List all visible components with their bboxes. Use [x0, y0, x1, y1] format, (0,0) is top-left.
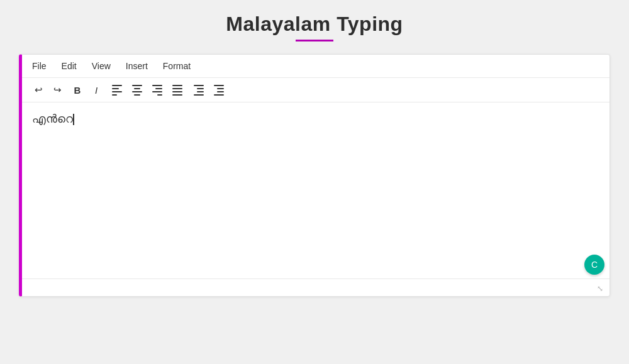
bold-icon: B	[74, 85, 81, 96]
menu-file[interactable]: File	[30, 60, 49, 72]
menu-format[interactable]: Format	[160, 60, 193, 72]
align-center-button[interactable]	[128, 82, 147, 98]
indent-increase-icon	[214, 85, 224, 96]
bottom-bar: ⤡	[22, 279, 610, 296]
editor-content-area[interactable]: എൻറെ	[22, 102, 610, 279]
align-right-button[interactable]	[148, 82, 167, 98]
menu-edit[interactable]: Edit	[59, 60, 79, 72]
editor-container: File Edit View Insert Format ↩ ↪ B I	[19, 54, 610, 297]
toolbar: ↩ ↪ B I	[22, 78, 610, 102]
floating-action-button[interactable]: C	[584, 255, 604, 275]
align-center-icon	[132, 85, 142, 96]
redo-button[interactable]: ↪	[48, 82, 66, 98]
indent-decrease-icon	[194, 85, 204, 96]
bold-button[interactable]: B	[69, 82, 86, 98]
indent-group	[189, 82, 228, 98]
undo-redo-group: ↩ ↪	[30, 82, 66, 98]
format-group: B I	[69, 82, 105, 98]
editor-text: എൻറെ	[32, 113, 73, 125]
menu-view[interactable]: View	[89, 60, 113, 72]
indent-decrease-button[interactable]	[189, 82, 208, 98]
align-left-button[interactable]	[108, 82, 126, 98]
page-title: Malayalam Typing	[226, 13, 403, 36]
align-justify-icon	[172, 85, 182, 96]
align-right-icon	[152, 85, 162, 96]
italic-icon: I	[95, 85, 97, 96]
undo-button[interactable]: ↩	[30, 82, 47, 98]
floating-button-icon: C	[591, 260, 598, 270]
align-left-icon	[112, 85, 122, 96]
title-underline	[296, 40, 333, 41]
menu-bar: File Edit View Insert Format	[22, 55, 610, 78]
menu-insert[interactable]: Insert	[123, 60, 150, 72]
undo-icon: ↩	[35, 84, 43, 96]
indent-increase-button[interactable]	[209, 82, 228, 98]
redo-icon: ↪	[53, 84, 62, 96]
alignment-group	[108, 82, 187, 98]
italic-button[interactable]: I	[87, 82, 105, 98]
text-cursor	[73, 114, 74, 125]
resize-handle[interactable]: ⤡	[597, 284, 604, 292]
align-justify-button[interactable]	[168, 82, 187, 98]
